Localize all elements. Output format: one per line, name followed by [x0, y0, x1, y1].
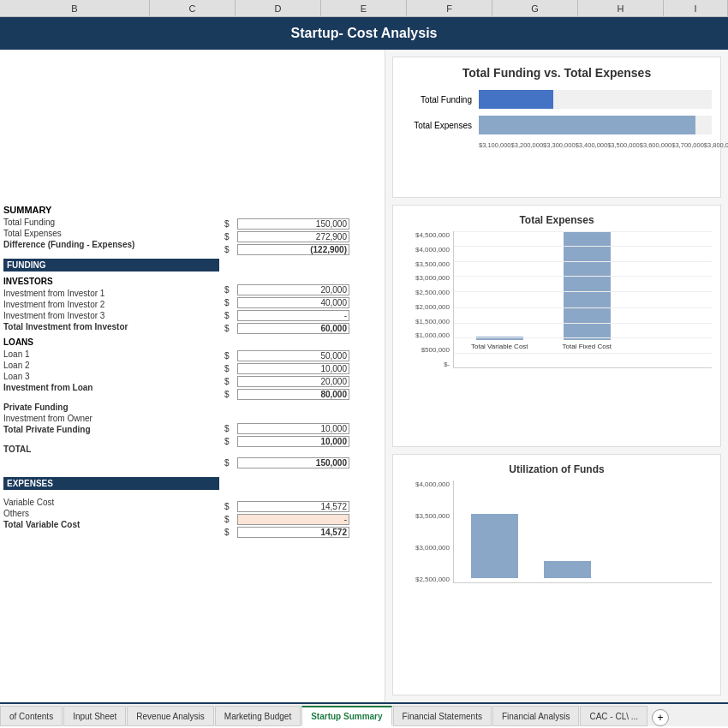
tab-contents[interactable]: of Contents: [0, 706, 63, 726]
total-private-value-row: $ 10,000: [224, 435, 349, 448]
loan2-label: Loan 2: [3, 361, 219, 370]
funding-section-header: FUNDING: [3, 259, 219, 272]
difference-label: Difference (Funding - Expenses): [3, 240, 219, 249]
loan3-label-row: Loan 3: [3, 371, 219, 382]
total-variable-label: Total Variable Cost: [3, 520, 219, 529]
col-i: I: [664, 0, 728, 16]
tab-input-sheet[interactable]: Input Sheet: [63, 706, 126, 726]
tab-cac[interactable]: CAC - CL\ ...: [580, 706, 647, 726]
total-expenses-label-row: Total Expenses: [3, 228, 219, 239]
total-variable-value-row: $ 14,572: [224, 526, 349, 539]
investor2-label: Investment from Investor 2: [3, 300, 219, 309]
total-expenses-value-row: $ 272,900: [224, 230, 349, 243]
total-investors-value: 60,000: [237, 323, 349, 334]
tab-financial-analysis[interactable]: Financial Analysis: [492, 706, 579, 726]
others-label: Others: [3, 509, 219, 518]
total-variable-value: 14,572: [237, 527, 349, 538]
spreadsheet-title: Startup- Cost Analysis: [0, 17, 728, 50]
loans-subheader: LOANS: [3, 336, 219, 349]
total-expenses-chart: Total Expenses $4,500,000 $4,000,000 $3,…: [392, 205, 721, 447]
difference-value: (122,900): [237, 244, 349, 255]
total-funding-label-row: Total Funding: [3, 217, 219, 228]
investor3-label: Investment from Investor 3: [3, 311, 219, 320]
col-e: E: [321, 0, 407, 16]
funding-bar-fill: [479, 90, 553, 109]
expenses-bar-row: Total Expenses: [402, 116, 712, 134]
expenses-bars-container: Total Variable Cost Total Fixed Cost: [453, 231, 712, 368]
tab-financial-statements[interactable]: Financial Statements: [393, 706, 492, 726]
total-funding-label: Total Funding: [3, 218, 219, 227]
fixed-cost-bar-label: Total Fixed Cost: [563, 343, 612, 350]
column-headers: B C D E F G H I: [0, 0, 728, 17]
total-loans-label: Investment from Loan: [3, 383, 219, 392]
total-expenses-value: 272,900: [237, 231, 349, 242]
utilization-chart-title: Utilization of Funds: [402, 463, 712, 475]
var-cost-bar-group: Total Variable Cost: [471, 231, 528, 350]
investor2-label-row: Investment from Investor 2: [3, 299, 219, 310]
var-cost-bar-label: Total Variable Cost: [471, 343, 528, 350]
total-loans-label-row: Investment from Loan: [3, 382, 219, 393]
tab-marketing-budget[interactable]: Marketing Budget: [215, 706, 301, 726]
util-bar1-group: [471, 480, 518, 578]
util-bars-container: [453, 480, 712, 583]
top-chart-title: Total Funding vs. Total Expenses: [402, 66, 712, 80]
variable-cost-label-row: Variable Cost: [3, 497, 219, 508]
total-funding-value: 150,000: [237, 218, 349, 230]
others-value-row: $ -: [224, 513, 349, 526]
investors-subheader: INVESTORS: [3, 275, 219, 288]
var-cost-bar: [476, 337, 523, 340]
loan3-label: Loan 3: [3, 372, 219, 381]
total-private-value: 10,000: [237, 436, 349, 447]
loan3-value: 20,000: [237, 376, 349, 387]
sheet-tabs: of Contents Input Sheet Revenue Analysis…: [0, 702, 728, 726]
col-b: B: [0, 0, 150, 16]
investor3-value: -: [237, 310, 349, 321]
top-chart-container: Total Funding vs. Total Expenses Total F…: [392, 57, 721, 198]
loan2-label-row: Loan 2: [3, 360, 219, 371]
total-loans-value: 80,000: [237, 389, 349, 400]
expenses-bar-track: [479, 116, 712, 134]
loan3-value-row: $ 20,000: [224, 375, 349, 388]
difference-value-row: $ (122,900): [224, 243, 349, 256]
labels-column: SUMMARY Total Funding Total Expenses Dif…: [0, 200, 223, 702]
util-y-axis: $4,000,000 $3,500,000 $3,000,000 $2,500,…: [402, 480, 453, 583]
util-bar2-group: [544, 480, 591, 578]
others-label-row: Others: [3, 508, 219, 519]
total-variable-label-row: Total Variable Cost: [3, 519, 219, 530]
total-funding-value-row: $ 150,000: [224, 218, 349, 230]
funding-bar-row: Total Funding: [402, 90, 712, 109]
grand-total-value: 150,000: [237, 457, 349, 468]
values-column: $ 150,000 $ 272,900 $ (122,900) $ 20,0: [223, 200, 351, 702]
tab-startup-summary[interactable]: Startup Summary: [301, 706, 391, 726]
loan1-value: 50,000: [237, 350, 349, 361]
investor3-value-row: $ -: [224, 309, 349, 322]
variable-cost-label: Variable Cost: [3, 498, 219, 507]
col-g: G: [492, 0, 578, 16]
col-d: D: [236, 0, 321, 16]
funding-bar-track: [479, 90, 712, 109]
grand-total-label-row: TOTAL: [3, 444, 219, 455]
loan2-value-row: $ 10,000: [224, 362, 349, 375]
total-expenses-label: Total Expenses: [3, 229, 219, 238]
investor1-label-row: Investment from Investor 1: [3, 288, 219, 299]
funding-bar-label: Total Funding: [402, 95, 479, 104]
total-investors-label-row: Total Investment from Investor: [3, 321, 219, 332]
owner-investment-label-row: Investment from Owner: [3, 413, 219, 424]
tab-revenue-analysis[interactable]: Revenue Analysis: [127, 706, 214, 726]
loan1-label-row: Loan 1: [3, 349, 219, 360]
total-investors-label: Total Investment from Investor: [3, 322, 219, 331]
add-sheet-button[interactable]: +: [652, 709, 669, 726]
loan1-label: Loan 1: [3, 349, 219, 359]
variable-cost-value: 14,572: [237, 501, 349, 512]
total-expenses-chart-title: Total Expenses: [402, 214, 712, 226]
grand-total-label: TOTAL: [3, 445, 219, 454]
y-axis-labels: $4,500,000 $4,000,000 $3,500,000 $3,000,…: [402, 231, 453, 368]
expenses-bar-fill: [479, 116, 695, 134]
x-axis-labels: $3,100,000 $3,200,000 $3,300,000 $3,400,…: [402, 141, 712, 149]
total-private-label: Total Private Funding: [3, 425, 219, 434]
investor1-label: Investment from Investor 1: [3, 289, 219, 298]
fixed-cost-bar-group: Total Fixed Cost: [563, 231, 612, 350]
investor3-label-row: Investment from Investor 3: [3, 310, 219, 321]
util-bar1: [471, 514, 518, 578]
col-f: F: [407, 0, 492, 16]
